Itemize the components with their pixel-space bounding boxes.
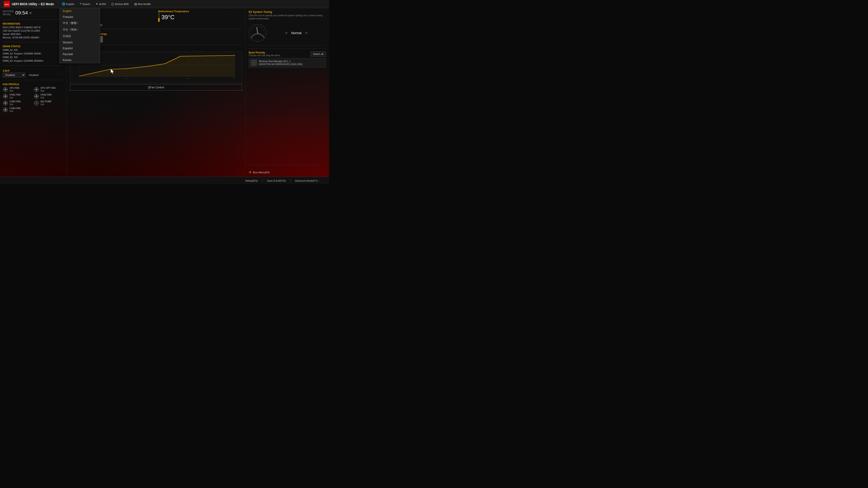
cha1-fan-name: CHA1 FAN	[9, 93, 21, 96]
lang-option-japanese[interactable]: 日本語	[60, 33, 100, 39]
header: ROG UEFI BIOS Utility – EZ Mode 🌐 Englis…	[0, 0, 329, 8]
cpu-fan-section: CPU FAN 100 50	[70, 48, 242, 175]
speedometer-container: < Normal >	[249, 24, 326, 42]
ez-tuning-section: EZ System Tuning Click the icon to speci…	[249, 10, 326, 20]
memtest-nav-item[interactable]: ▤ MemTest86	[132, 2, 153, 6]
cha3-fan-icon	[3, 100, 8, 106]
settings-icon[interactable]: ⚙	[29, 11, 32, 15]
tuning-prev-button[interactable]: <	[285, 31, 288, 35]
cpu-fan-name: CPU FAN	[9, 87, 19, 90]
xmp-select[interactable]: Disabled XMP I XMP II	[3, 73, 25, 77]
fan-item-cha4: CHA4 FAN N/A	[3, 107, 33, 113]
svg-text:100: 100	[232, 78, 235, 78]
boot-menu-button[interactable]: ✳ Boot Menu(F8)	[249, 170, 326, 174]
speedometer-icon[interactable]	[249, 24, 267, 42]
language-button[interactable]: 🌐 English	[59, 2, 76, 6]
cha3-fan-name: CHA3 FAN	[9, 100, 21, 103]
lang-option-korean[interactable]: Korean	[60, 57, 100, 63]
aio-pump-name: AIO PUMP	[40, 100, 52, 103]
temp-bar-fill	[158, 18, 160, 22]
search-label: Search	[82, 3, 90, 5]
language-label: English	[66, 3, 74, 5]
header-title: UEFI BIOS Utility – EZ Mode	[12, 2, 54, 6]
svg-point-14	[36, 102, 37, 104]
svg-line-45	[260, 27, 261, 28]
lang-option-russian[interactable]: Русский	[60, 51, 100, 57]
cpu-fan-icon	[3, 87, 8, 92]
lang-option-english[interactable]: English	[60, 8, 100, 14]
fan-item-cha2: CHA2 FAN N/A	[34, 93, 64, 99]
info-line-3: Memory: 32768 MB (DDR5 4800MH	[3, 36, 64, 39]
temp-bar-container: 39°C	[158, 13, 242, 22]
tuning-next-button[interactable]: >	[305, 31, 308, 35]
xmp-value: Disabled	[29, 74, 39, 76]
header-nav: 🌐 English English Français 中文（繁體） 中文（简体）…	[59, 2, 153, 6]
ez-tuning-title: EZ System Tuning	[249, 10, 326, 13]
main-wrapper: ROG UEFI BIOS Utility – EZ Mode 🌐 Englis…	[0, 0, 329, 184]
aura-label: AURA	[99, 3, 106, 5]
cha4-fan-val: N/A	[9, 110, 21, 113]
search-nav-item[interactable]: ? Search	[78, 2, 92, 6]
svg-point-15	[36, 101, 37, 102]
xmp-section: X.M.P. Disabled XMP I XMP II Disabled	[3, 69, 64, 77]
disk-icon	[251, 60, 256, 65]
default-button[interactable]: Default(F5)	[241, 180, 262, 182]
language-nav-item[interactable]: 🌐 English English Français 中文（繁體） 中文（简体）…	[59, 2, 76, 6]
svg-text:70: 70	[186, 78, 191, 78]
footer: Default(F5) Save & Exit(F10) Advanced Mo…	[0, 177, 329, 184]
xmp-label: X.M.P.	[3, 69, 64, 72]
svg-text:ROG: ROG	[4, 3, 9, 5]
fan-item-cha1: CHA1 FAN N/A	[3, 93, 33, 99]
fan-item-cpu-opt: CPU OPT FAN N/A	[34, 87, 64, 92]
svg-text:30: 30	[124, 78, 128, 78]
svg-line-42	[252, 30, 253, 30]
info-line-1: 12th Gen Intel(R) Core(TM) i9-12900	[3, 29, 64, 33]
fan-profile-grid: CPU FAN N/A	[3, 87, 64, 113]
aura-icon: ✦	[96, 2, 98, 6]
boot-priority-header: Boot Priority Choose one and drag the it…	[249, 51, 326, 57]
cpu-opt-fan-name: CPU OPT FAN	[40, 87, 56, 90]
boot-item-0-text: Windows Boot Manager (M.2_1: KINGSTON SK…	[259, 60, 303, 66]
svg-text:0: 0	[79, 78, 80, 78]
date-text: 08/22/2022	[3, 10, 14, 13]
advanced-mode-button[interactable]: Advanced Mode(F7)→	[290, 180, 324, 182]
fan-item-aio: AIO PUMP N/A	[34, 100, 64, 106]
cpu-fan-val: N/A	[9, 90, 19, 92]
cha4-fan-name: CHA4 FAN	[9, 107, 21, 110]
lang-option-espanol[interactable]: Español	[60, 45, 100, 51]
switch-all-button[interactable]: Switch all	[311, 52, 326, 57]
time-text: 09:54	[16, 10, 28, 16]
boot-priority-desc: Choose one and drag the items.	[249, 54, 281, 57]
right-panel: EZ System Tuning Click the icon to speci…	[246, 8, 329, 177]
cpu-opt-fan-icon	[34, 87, 39, 92]
lang-option-deutsch[interactable]: Deutsch	[60, 39, 100, 45]
svg-line-43	[254, 27, 255, 28]
dram-b1: DIMM_B1: N/A	[3, 56, 64, 59]
lang-option-zh-cn[interactable]: 中文（简体）	[60, 26, 100, 33]
info-title: Information	[3, 22, 64, 25]
fan-item-cha3: CHA3 FAN N/A	[3, 100, 33, 106]
cha3-fan-val: N/A	[9, 103, 21, 106]
rog-logo-icon: ROG	[4, 1, 10, 7]
save-exit-button[interactable]: Save & Exit(F10)	[262, 180, 290, 182]
cha4-fan-icon	[3, 107, 8, 112]
lang-option-zh-tw[interactable]: 中文（繁體）	[60, 20, 100, 26]
dram-b2: DIMM_B2: Kingston 16384MB 4800MHz	[3, 59, 64, 63]
info-line-0: ROG STRIX B660-F GAMING WIFI B	[3, 26, 64, 29]
cha1-fan-val: N/A	[9, 96, 21, 99]
boot-item-0[interactable]: Windows Boot Manager (M.2_1: KINGSTON SK…	[249, 58, 326, 68]
right-divider-1	[249, 45, 326, 45]
svg-point-18	[35, 103, 35, 103]
lang-option-francais[interactable]: Français	[60, 14, 100, 20]
globe-icon: 🌐	[62, 2, 65, 6]
temp-bar	[158, 13, 160, 22]
resizebar-nav-item[interactable]: ◫ ReSize BAR	[109, 2, 131, 6]
body-area: 08/22/2022 Monday 09:54 ⚙ Information RO…	[0, 8, 329, 177]
qfan-control-button[interactable]: QFan Control	[70, 84, 242, 91]
memtest-label: MemTest86	[138, 3, 151, 5]
cpu-opt-fan-val: N/A	[40, 90, 56, 92]
tuning-mode-label: Normal	[291, 31, 301, 35]
svg-line-46	[263, 30, 264, 30]
aura-nav-item[interactable]: ✦ AURA	[93, 2, 108, 6]
temp-value: 39°C	[161, 14, 175, 21]
